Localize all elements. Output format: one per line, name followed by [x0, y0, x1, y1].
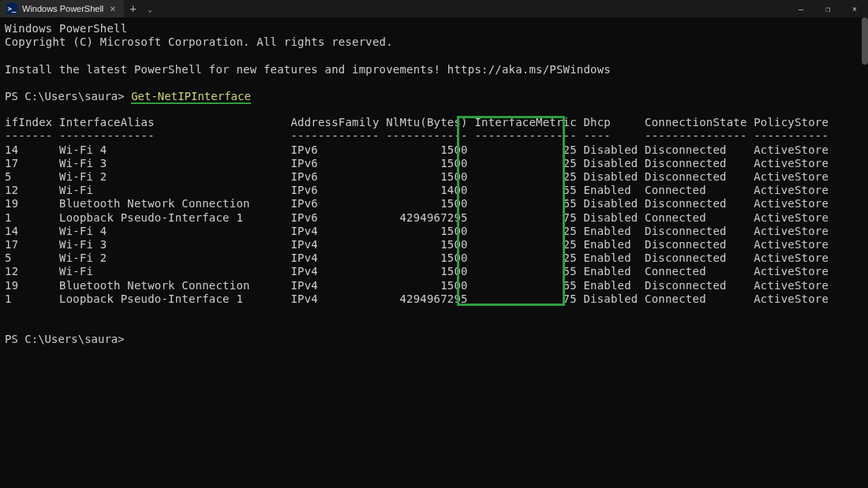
maximize-button[interactable]: ❐	[814, 0, 841, 17]
table-row: 5 Wi-Fi 2 IPv4 1500 25 Enabled Disconnec…	[5, 251, 863, 265]
table-row: 1 Loopback Pseudo-Interface 1 IPv6 42949…	[5, 211, 863, 225]
prompt-end: PS C:\Users\saura>	[5, 333, 125, 345]
command-text: Get-NetIPInterface	[131, 90, 251, 102]
terminal-output[interactable]: Windows PowerShell Copyright (C) Microso…	[0, 17, 868, 488]
header-line-1: Windows PowerShell	[5, 22, 863, 35]
table-divider: ------- -------------- ------------- ---…	[5, 129, 863, 143]
tab-close-button[interactable]: ×	[108, 3, 117, 14]
window-controls: — ❐ ×	[788, 0, 868, 17]
minimize-button[interactable]: —	[788, 0, 814, 17]
table-rows: 14 Wi-Fi 4 IPv6 1500 25 Disabled Disconn…	[5, 143, 863, 306]
powershell-icon: >_	[6, 3, 17, 14]
prompt-prefix: PS C:\Users\saura>	[5, 90, 131, 102]
close-button[interactable]: ×	[841, 0, 868, 17]
table-row: 19 Bluetooth Network Connection IPv4 150…	[5, 279, 863, 292]
install-line: Install the latest PowerShell for new fe…	[5, 63, 863, 76]
table-row: 12 Wi-Fi IPv4 1500 55 Enabled Connected …	[5, 265, 863, 278]
new-tab-button[interactable]: +	[124, 2, 143, 15]
tab-title: Windows PowerShell	[22, 4, 103, 13]
tab-group: >_ Windows PowerShell × + ⌄	[0, 0, 157, 17]
blank	[5, 306, 863, 319]
prompt-end-line: PS C:\Users\saura>	[5, 333, 863, 345]
table-row: 14 Wi-Fi 4 IPv6 1500 25 Disabled Disconn…	[5, 143, 863, 157]
table-row: 1 Loopback Pseudo-Interface 1 IPv4 42949…	[5, 292, 863, 306]
prompt-line: PS C:\Users\saura> Get-NetIPInterface	[5, 90, 863, 102]
blank	[5, 319, 863, 333]
blank	[5, 49, 863, 62]
table-row: 14 Wi-Fi 4 IPv4 1500 25 Enabled Disconne…	[5, 225, 863, 238]
table-row: 19 Bluetooth Network Connection IPv6 150…	[5, 197, 863, 210]
table-row: 12 Wi-Fi IPv6 1400 55 Enabled Connected …	[5, 184, 863, 197]
tab-dropdown-button[interactable]: ⌄	[143, 5, 157, 13]
blank	[5, 76, 863, 90]
scrollbar[interactable]	[862, 17, 868, 65]
blank	[5, 102, 863, 116]
table-row: 17 Wi-Fi 3 IPv4 1500 25 Enabled Disconne…	[5, 238, 863, 251]
header-line-2: Copyright (C) Microsoft Corporation. All…	[5, 35, 863, 49]
table-header: ifIndex InterfaceAlias AddressFamily NlM…	[5, 116, 863, 129]
table-row: 17 Wi-Fi 3 IPv6 1500 25 Disabled Disconn…	[5, 157, 863, 170]
table-row: 5 Wi-Fi 2 IPv6 1500 25 Disabled Disconne…	[5, 170, 863, 184]
titlebar: >_ Windows PowerShell × + ⌄ — ❐ ×	[0, 0, 868, 17]
tab-powershell[interactable]: >_ Windows PowerShell ×	[0, 0, 124, 17]
